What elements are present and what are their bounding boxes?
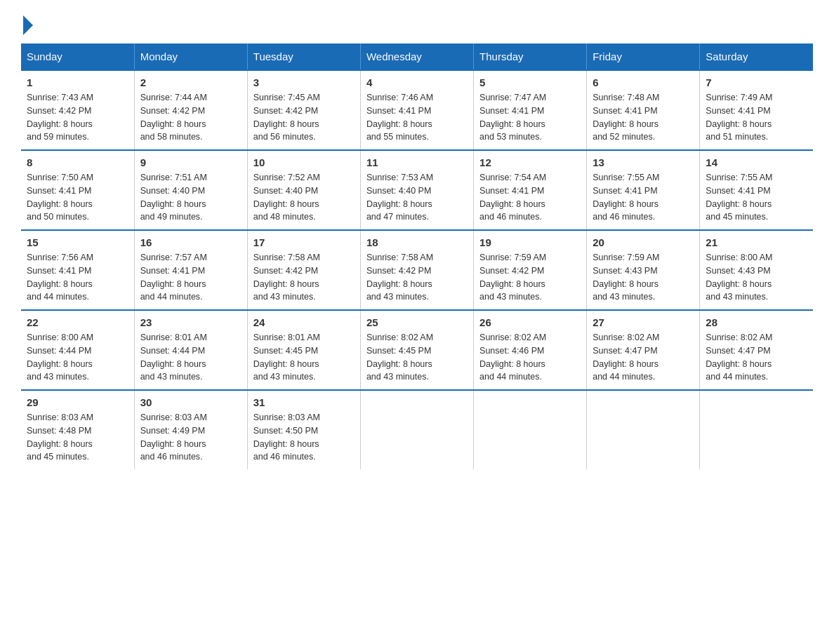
day-number: 7 — [706, 76, 807, 88]
day-info: Sunrise: 8:02 AMSunset: 4:45 PMDaylight:… — [366, 333, 433, 382]
day-number: 6 — [593, 76, 694, 88]
header-monday: Monday — [134, 43, 247, 70]
calendar-cell: 23 Sunrise: 8:01 AMSunset: 4:44 PMDaylig… — [134, 310, 247, 390]
day-info: Sunrise: 7:53 AMSunset: 4:40 PMDaylight:… — [366, 173, 433, 222]
day-info: Sunrise: 8:02 AMSunset: 4:46 PMDaylight:… — [479, 333, 546, 382]
day-number: 31 — [253, 396, 355, 408]
calendar-cell: 8 Sunrise: 7:50 AMSunset: 4:41 PMDayligh… — [21, 150, 134, 230]
day-info: Sunrise: 8:02 AMSunset: 4:47 PMDaylight:… — [706, 333, 772, 382]
calendar-cell — [474, 390, 587, 469]
calendar-cell: 25 Sunrise: 8:02 AMSunset: 4:45 PMDaylig… — [360, 310, 473, 390]
day-number: 3 — [253, 76, 355, 88]
logo-arrow-icon — [23, 15, 33, 35]
calendar-cell: 19 Sunrise: 7:59 AMSunset: 4:42 PMDaylig… — [474, 230, 587, 310]
day-info: Sunrise: 7:54 AMSunset: 4:41 PMDaylight:… — [479, 173, 546, 222]
calendar-cell: 20 Sunrise: 7:59 AMSunset: 4:43 PMDaylig… — [587, 230, 700, 310]
day-info: Sunrise: 8:00 AMSunset: 4:43 PMDaylight:… — [706, 253, 772, 302]
calendar-cell: 16 Sunrise: 7:57 AMSunset: 4:41 PMDaylig… — [134, 230, 247, 310]
day-number: 21 — [706, 236, 807, 248]
calendar-cell: 2 Sunrise: 7:44 AMSunset: 4:42 PMDayligh… — [134, 70, 247, 150]
calendar-cell: 1 Sunrise: 7:43 AMSunset: 4:42 PMDayligh… — [21, 70, 134, 150]
day-number: 19 — [479, 236, 581, 248]
day-info: Sunrise: 7:52 AMSunset: 4:40 PMDaylight:… — [253, 173, 320, 222]
day-info: Sunrise: 7:48 AMSunset: 4:41 PMDaylight:… — [593, 93, 659, 142]
header-friday: Friday — [587, 43, 700, 70]
day-number: 1 — [27, 76, 128, 88]
calendar-cell: 26 Sunrise: 8:02 AMSunset: 4:46 PMDaylig… — [474, 310, 587, 390]
calendar-cell: 11 Sunrise: 7:53 AMSunset: 4:40 PMDaylig… — [360, 150, 473, 230]
day-number: 8 — [27, 156, 128, 168]
day-number: 24 — [253, 316, 355, 328]
day-info: Sunrise: 7:56 AMSunset: 4:41 PMDaylight:… — [27, 253, 93, 302]
day-number: 28 — [706, 316, 807, 328]
days-of-week-row: SundayMondayTuesdayWednesdayThursdayFrid… — [21, 43, 813, 70]
calendar-cell: 12 Sunrise: 7:54 AMSunset: 4:41 PMDaylig… — [474, 150, 587, 230]
day-info: Sunrise: 7:58 AMSunset: 4:42 PMDaylight:… — [366, 253, 433, 302]
calendar-cell: 4 Sunrise: 7:46 AMSunset: 4:41 PMDayligh… — [360, 70, 473, 150]
day-number: 29 — [27, 396, 128, 408]
day-info: Sunrise: 7:55 AMSunset: 4:41 PMDaylight:… — [706, 173, 772, 222]
day-number: 27 — [593, 316, 694, 328]
calendar-cell: 27 Sunrise: 8:02 AMSunset: 4:47 PMDaylig… — [587, 310, 700, 390]
calendar-week-row: 1 Sunrise: 7:43 AMSunset: 4:42 PMDayligh… — [21, 70, 813, 150]
header-thursday: Thursday — [474, 43, 587, 70]
day-number: 15 — [27, 236, 128, 248]
day-number: 12 — [479, 156, 581, 168]
calendar-cell: 18 Sunrise: 7:58 AMSunset: 4:42 PMDaylig… — [360, 230, 473, 310]
day-number: 11 — [366, 156, 468, 168]
day-number: 4 — [366, 76, 468, 88]
day-number: 13 — [593, 156, 694, 168]
day-info: Sunrise: 8:01 AMSunset: 4:45 PMDaylight:… — [253, 333, 320, 382]
day-info: Sunrise: 7:45 AMSunset: 4:42 PMDaylight:… — [253, 93, 320, 142]
calendar-week-row: 8 Sunrise: 7:50 AMSunset: 4:41 PMDayligh… — [21, 150, 813, 230]
day-info: Sunrise: 7:43 AMSunset: 4:42 PMDaylight:… — [27, 93, 93, 142]
calendar-cell: 14 Sunrise: 7:55 AMSunset: 4:41 PMDaylig… — [700, 150, 813, 230]
day-info: Sunrise: 7:58 AMSunset: 4:42 PMDaylight:… — [253, 253, 320, 302]
calendar-cell: 13 Sunrise: 7:55 AMSunset: 4:41 PMDaylig… — [587, 150, 700, 230]
calendar-table: SundayMondayTuesdayWednesdayThursdayFrid… — [21, 43, 813, 469]
day-info: Sunrise: 8:01 AMSunset: 4:44 PMDaylight:… — [140, 333, 207, 382]
calendar-cell: 17 Sunrise: 7:58 AMSunset: 4:42 PMDaylig… — [247, 230, 360, 310]
calendar-cell: 29 Sunrise: 8:03 AMSunset: 4:48 PMDaylig… — [21, 390, 134, 469]
day-number: 23 — [140, 316, 241, 328]
calendar-week-row: 29 Sunrise: 8:03 AMSunset: 4:48 PMDaylig… — [21, 390, 813, 469]
header-wednesday: Wednesday — [360, 43, 473, 70]
day-info: Sunrise: 7:50 AMSunset: 4:41 PMDaylight:… — [27, 173, 93, 222]
page-header — [21, 14, 813, 29]
day-info: Sunrise: 7:59 AMSunset: 4:43 PMDaylight:… — [593, 253, 659, 302]
day-info: Sunrise: 8:03 AMSunset: 4:48 PMDaylight:… — [27, 412, 93, 462]
day-number: 9 — [140, 156, 241, 168]
calendar-cell: 6 Sunrise: 7:48 AMSunset: 4:41 PMDayligh… — [587, 70, 700, 150]
day-number: 25 — [366, 316, 468, 328]
day-info: Sunrise: 7:46 AMSunset: 4:41 PMDaylight:… — [366, 93, 433, 142]
header-tuesday: Tuesday — [247, 43, 360, 70]
day-number: 22 — [27, 316, 128, 328]
header-sunday: Sunday — [21, 43, 134, 70]
calendar-body: 1 Sunrise: 7:43 AMSunset: 4:42 PMDayligh… — [21, 70, 813, 469]
day-number: 2 — [140, 76, 241, 88]
calendar-cell — [700, 390, 813, 469]
day-number: 10 — [253, 156, 355, 168]
day-info: Sunrise: 7:55 AMSunset: 4:41 PMDaylight:… — [593, 173, 659, 222]
calendar-cell — [360, 390, 473, 469]
day-number: 17 — [253, 236, 355, 248]
calendar-week-row: 15 Sunrise: 7:56 AMSunset: 4:41 PMDaylig… — [21, 230, 813, 310]
day-number: 5 — [479, 76, 581, 88]
calendar-cell: 7 Sunrise: 7:49 AMSunset: 4:41 PMDayligh… — [700, 70, 813, 150]
calendar-header: SundayMondayTuesdayWednesdayThursdayFrid… — [21, 43, 813, 70]
calendar-cell: 22 Sunrise: 8:00 AMSunset: 4:44 PMDaylig… — [21, 310, 134, 390]
logo — [21, 14, 33, 29]
day-info: Sunrise: 7:47 AMSunset: 4:41 PMDaylight:… — [479, 93, 546, 142]
day-info: Sunrise: 7:49 AMSunset: 4:41 PMDaylight:… — [706, 93, 772, 142]
calendar-week-row: 22 Sunrise: 8:00 AMSunset: 4:44 PMDaylig… — [21, 310, 813, 390]
day-info: Sunrise: 8:03 AMSunset: 4:50 PMDaylight:… — [253, 412, 320, 462]
day-info: Sunrise: 7:51 AMSunset: 4:40 PMDaylight:… — [140, 173, 207, 222]
day-info: Sunrise: 8:02 AMSunset: 4:47 PMDaylight:… — [593, 333, 659, 382]
day-number: 14 — [706, 156, 807, 168]
calendar-cell — [587, 390, 700, 469]
day-info: Sunrise: 8:03 AMSunset: 4:49 PMDaylight:… — [140, 412, 207, 462]
day-number: 16 — [140, 236, 241, 248]
calendar-cell: 24 Sunrise: 8:01 AMSunset: 4:45 PMDaylig… — [247, 310, 360, 390]
day-number: 20 — [593, 236, 694, 248]
calendar-cell: 10 Sunrise: 7:52 AMSunset: 4:40 PMDaylig… — [247, 150, 360, 230]
